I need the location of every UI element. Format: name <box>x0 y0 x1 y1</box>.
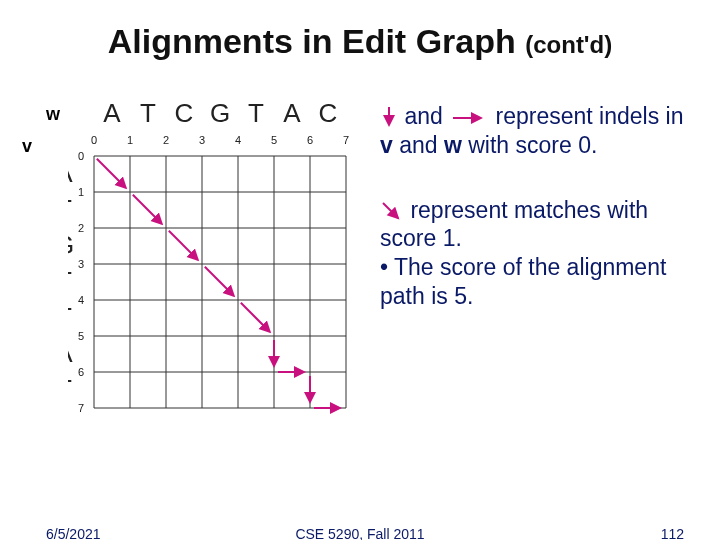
word-indels-in: indels in <box>599 103 683 129</box>
svg-text:0: 0 <box>78 150 84 162</box>
explanation-para-2: represent matches with score 1. • The sc… <box>380 196 690 311</box>
svg-line-50 <box>241 303 270 332</box>
svg-text:T: T <box>140 100 156 128</box>
w-axis-label: w <box>46 104 60 125</box>
svg-line-46 <box>97 159 126 188</box>
right-arrow-icon <box>449 110 489 126</box>
svg-text:4: 4 <box>78 294 84 306</box>
explanation-text: and represent indels in v and w with sco… <box>380 102 690 311</box>
footer-course: CSE 5290, Fall 2011 <box>0 526 720 540</box>
title-main: Alignments in Edit Graph <box>108 22 525 60</box>
slide-title: Alignments in Edit Graph (cont'd) <box>0 22 720 61</box>
word-and-2: and <box>393 132 444 158</box>
svg-text:C: C <box>319 100 338 128</box>
word-represent-1: represent <box>496 103 593 129</box>
svg-text:T: T <box>68 302 72 332</box>
v-axis-label: v <box>22 136 32 157</box>
svg-text:A: A <box>283 100 301 128</box>
footer-page-number: 112 <box>661 526 684 540</box>
svg-line-48 <box>169 231 198 260</box>
bold-v: v <box>380 132 393 158</box>
title-cont: (cont'd) <box>525 31 612 58</box>
explanation-para-1: and represent indels in v and w with sco… <box>380 102 690 160</box>
svg-text:6: 6 <box>307 134 313 146</box>
svg-text:G: G <box>210 100 230 128</box>
svg-text:3: 3 <box>78 258 84 270</box>
svg-text:3: 3 <box>199 134 205 146</box>
svg-text:1: 1 <box>78 186 84 198</box>
svg-text:T: T <box>68 266 72 296</box>
svg-line-49 <box>205 267 234 296</box>
svg-text:2: 2 <box>163 134 169 146</box>
svg-text:T: T <box>68 374 72 404</box>
svg-line-47 <box>133 195 162 224</box>
bold-w: w <box>444 132 462 158</box>
svg-line-57 <box>383 203 398 218</box>
svg-text:0: 0 <box>91 134 97 146</box>
bullet-score-5: • The score of the alignment path is 5. <box>380 254 666 309</box>
svg-text:1: 1 <box>127 134 133 146</box>
edit-graph-svg: ATCGTACATGTTAT 0123456701234567 <box>68 100 368 460</box>
svg-text:A: A <box>68 338 73 368</box>
svg-text:T: T <box>248 100 264 128</box>
svg-text:2: 2 <box>78 222 84 234</box>
svg-text:7: 7 <box>78 402 84 414</box>
svg-text:A: A <box>103 100 121 128</box>
word-represent-matches: represent matches with score 1. <box>380 197 648 252</box>
svg-text:A: A <box>68 158 73 188</box>
svg-text:7: 7 <box>343 134 349 146</box>
svg-text:C: C <box>175 100 194 128</box>
diagonal-arrow-icon <box>380 200 404 224</box>
svg-text:4: 4 <box>235 134 241 146</box>
word-with-score-0: with score 0. <box>462 132 598 158</box>
svg-text:5: 5 <box>78 330 84 342</box>
svg-text:5: 5 <box>271 134 277 146</box>
svg-text:G: G <box>68 230 74 260</box>
word-and: and <box>404 103 442 129</box>
down-arrow-icon <box>380 105 398 131</box>
svg-text:T: T <box>68 194 72 224</box>
edit-graph: w v ATCGTACATGTTAT 0123456701234567 <box>68 100 348 450</box>
svg-text:6: 6 <box>78 366 84 378</box>
